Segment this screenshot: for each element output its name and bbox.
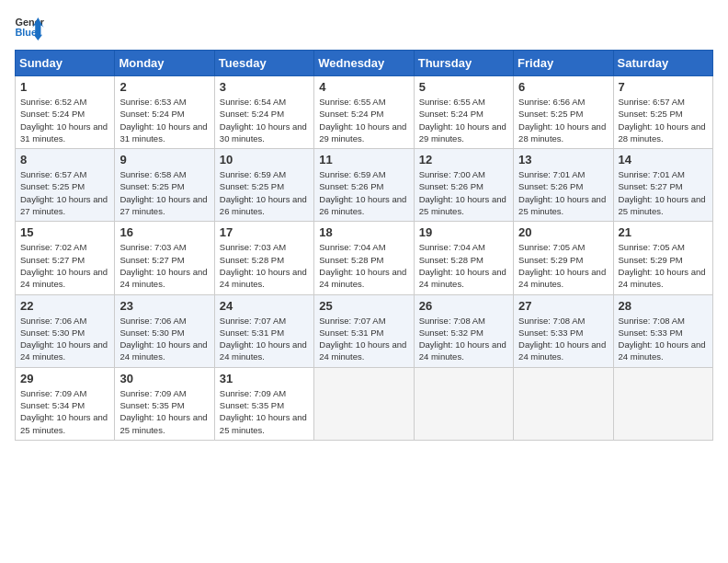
day-info: Sunrise: 6:53 AMSunset: 5:24 PMDaylight:… — [119, 96, 209, 144]
calendar-day-cell: 18Sunrise: 7:04 AMSunset: 5:28 PMDayligh… — [314, 222, 414, 294]
day-number: 3 — [220, 80, 309, 94]
day-number: 22 — [20, 299, 109, 313]
day-info: Sunrise: 6:54 AMSunset: 5:24 PMDaylight:… — [220, 96, 309, 144]
day-number: 8 — [20, 153, 109, 167]
day-info: Sunrise: 7:06 AMSunset: 5:30 PMDaylight:… — [119, 315, 209, 363]
day-info: Sunrise: 7:04 AMSunset: 5:28 PMDaylight:… — [319, 241, 408, 290]
calendar-day-cell: 13Sunrise: 7:01 AMSunset: 5:26 PMDayligh… — [514, 149, 613, 222]
day-number: 17 — [220, 225, 309, 239]
calendar-day-cell: 31Sunrise: 7:09 AMSunset: 5:35 PMDayligh… — [214, 367, 313, 440]
calendar-day-cell: 7Sunrise: 6:57 AMSunset: 5:25 PMDaylight… — [613, 76, 712, 149]
day-info: Sunrise: 7:05 AMSunset: 5:29 PMDaylight:… — [619, 241, 708, 290]
day-number: 18 — [319, 225, 408, 239]
day-info: Sunrise: 7:07 AMSunset: 5:31 PMDaylight:… — [220, 315, 309, 363]
calendar-day-cell: 30Sunrise: 7:09 AMSunset: 5:35 PMDayligh… — [115, 367, 214, 440]
calendar-week-row: 8Sunrise: 6:57 AMSunset: 5:25 PMDaylight… — [16, 149, 713, 222]
day-number: 27 — [518, 299, 608, 313]
page-header: General Blue — [15, 15, 713, 40]
logo: General Blue — [15, 15, 44, 40]
day-number: 10 — [220, 153, 309, 167]
day-number: 5 — [419, 80, 508, 94]
calendar-day-cell: 29Sunrise: 7:09 AMSunset: 5:34 PMDayligh… — [16, 367, 115, 440]
day-info: Sunrise: 7:08 AMSunset: 5:32 PMDaylight:… — [419, 315, 508, 363]
day-info: Sunrise: 7:03 AMSunset: 5:27 PMDaylight:… — [119, 241, 209, 290]
weekday-header-tuesday: Tuesday — [214, 51, 313, 76]
calendar-table: SundayMondayTuesdayWednesdayThursdayFrid… — [15, 50, 713, 441]
day-number: 28 — [619, 299, 708, 313]
day-info: Sunrise: 7:03 AMSunset: 5:28 PMDaylight:… — [220, 241, 309, 290]
calendar-day-cell: 12Sunrise: 7:00 AMSunset: 5:26 PMDayligh… — [414, 149, 513, 222]
weekday-header-friday: Friday — [514, 51, 613, 76]
calendar-day-cell: 28Sunrise: 7:08 AMSunset: 5:33 PMDayligh… — [613, 294, 712, 367]
day-info: Sunrise: 6:52 AMSunset: 5:24 PMDaylight:… — [20, 96, 109, 144]
day-info: Sunrise: 7:08 AMSunset: 5:33 PMDaylight:… — [518, 315, 608, 363]
calendar-week-row: 29Sunrise: 7:09 AMSunset: 5:34 PMDayligh… — [16, 367, 713, 440]
calendar-day-cell: 23Sunrise: 7:06 AMSunset: 5:30 PMDayligh… — [115, 294, 214, 367]
day-number: 12 — [419, 153, 508, 167]
calendar-day-cell: 26Sunrise: 7:08 AMSunset: 5:32 PMDayligh… — [414, 294, 513, 367]
calendar-day-cell: 8Sunrise: 6:57 AMSunset: 5:25 PMDaylight… — [16, 149, 115, 222]
calendar-day-cell: 5Sunrise: 6:55 AMSunset: 5:24 PMDaylight… — [414, 76, 513, 149]
calendar-day-cell: 24Sunrise: 7:07 AMSunset: 5:31 PMDayligh… — [214, 294, 313, 367]
day-number: 2 — [119, 80, 209, 94]
calendar-day-cell — [314, 367, 414, 440]
day-info: Sunrise: 7:05 AMSunset: 5:29 PMDaylight:… — [518, 241, 608, 290]
day-info: Sunrise: 6:56 AMSunset: 5:25 PMDaylight:… — [518, 96, 608, 144]
calendar-week-row: 1Sunrise: 6:52 AMSunset: 5:24 PMDaylight… — [16, 76, 713, 149]
day-number: 21 — [619, 225, 708, 239]
day-info: Sunrise: 7:02 AMSunset: 5:27 PMDaylight:… — [20, 241, 109, 290]
day-info: Sunrise: 7:01 AMSunset: 5:26 PMDaylight:… — [518, 168, 608, 217]
day-info: Sunrise: 6:55 AMSunset: 5:24 PMDaylight:… — [419, 96, 508, 144]
day-number: 13 — [518, 153, 608, 167]
day-number: 4 — [319, 80, 408, 94]
calendar-day-cell: 10Sunrise: 6:59 AMSunset: 5:25 PMDayligh… — [214, 149, 313, 222]
day-info: Sunrise: 7:00 AMSunset: 5:26 PMDaylight:… — [419, 168, 508, 217]
weekday-header-thursday: Thursday — [414, 51, 513, 76]
calendar-day-cell: 27Sunrise: 7:08 AMSunset: 5:33 PMDayligh… — [514, 294, 613, 367]
day-number: 9 — [119, 153, 209, 167]
day-number: 11 — [319, 153, 408, 167]
weekday-header-wednesday: Wednesday — [314, 51, 414, 76]
day-info: Sunrise: 6:59 AMSunset: 5:25 PMDaylight:… — [220, 168, 309, 217]
calendar-day-cell: 20Sunrise: 7:05 AMSunset: 5:29 PMDayligh… — [514, 222, 613, 294]
calendar-day-cell: 22Sunrise: 7:06 AMSunset: 5:30 PMDayligh… — [16, 294, 115, 367]
calendar-day-cell: 9Sunrise: 6:58 AMSunset: 5:25 PMDaylight… — [115, 149, 214, 222]
calendar-day-cell: 19Sunrise: 7:04 AMSunset: 5:28 PMDayligh… — [414, 222, 513, 294]
svg-text:Blue: Blue — [15, 27, 37, 38]
day-number: 6 — [518, 80, 608, 94]
day-info: Sunrise: 7:08 AMSunset: 5:33 PMDaylight:… — [619, 315, 708, 363]
weekday-header-sunday: Sunday — [16, 51, 115, 76]
calendar-day-cell: 11Sunrise: 6:59 AMSunset: 5:26 PMDayligh… — [314, 149, 414, 222]
calendar-day-cell: 17Sunrise: 7:03 AMSunset: 5:28 PMDayligh… — [214, 222, 313, 294]
calendar-day-cell: 16Sunrise: 7:03 AMSunset: 5:27 PMDayligh… — [115, 222, 214, 294]
day-number: 14 — [619, 153, 708, 167]
day-info: Sunrise: 6:59 AMSunset: 5:26 PMDaylight:… — [319, 168, 408, 217]
calendar-day-cell: 4Sunrise: 6:55 AMSunset: 5:24 PMDaylight… — [314, 76, 414, 149]
day-number: 20 — [518, 225, 608, 239]
calendar-day-cell: 3Sunrise: 6:54 AMSunset: 5:24 PMDaylight… — [214, 76, 313, 149]
calendar-day-cell — [613, 367, 712, 440]
calendar-day-cell: 1Sunrise: 6:52 AMSunset: 5:24 PMDaylight… — [16, 76, 115, 149]
day-info: Sunrise: 6:57 AMSunset: 5:25 PMDaylight:… — [20, 168, 109, 217]
day-info: Sunrise: 6:55 AMSunset: 5:24 PMDaylight:… — [319, 96, 408, 144]
day-info: Sunrise: 6:58 AMSunset: 5:25 PMDaylight:… — [119, 168, 209, 217]
day-info: Sunrise: 7:09 AMSunset: 5:35 PMDaylight:… — [220, 387, 309, 436]
day-number: 16 — [119, 225, 209, 239]
calendar-day-cell: 6Sunrise: 6:56 AMSunset: 5:25 PMDaylight… — [514, 76, 613, 149]
day-number: 1 — [20, 80, 109, 94]
logo-icon: General Blue — [15, 15, 44, 40]
calendar-day-cell: 14Sunrise: 7:01 AMSunset: 5:27 PMDayligh… — [613, 149, 712, 222]
weekday-header-monday: Monday — [115, 51, 214, 76]
calendar-week-row: 15Sunrise: 7:02 AMSunset: 5:27 PMDayligh… — [16, 222, 713, 294]
calendar-week-row: 22Sunrise: 7:06 AMSunset: 5:30 PMDayligh… — [16, 294, 713, 367]
day-info: Sunrise: 7:07 AMSunset: 5:31 PMDaylight:… — [319, 315, 408, 363]
day-number: 7 — [619, 80, 708, 94]
day-number: 15 — [20, 225, 109, 239]
day-info: Sunrise: 7:01 AMSunset: 5:27 PMDaylight:… — [619, 168, 708, 217]
day-number: 31 — [220, 372, 309, 385]
day-number: 26 — [419, 299, 508, 313]
calendar-day-cell: 2Sunrise: 6:53 AMSunset: 5:24 PMDaylight… — [115, 76, 214, 149]
calendar-day-cell: 15Sunrise: 7:02 AMSunset: 5:27 PMDayligh… — [16, 222, 115, 294]
day-number: 29 — [20, 372, 109, 385]
day-number: 24 — [220, 299, 309, 313]
